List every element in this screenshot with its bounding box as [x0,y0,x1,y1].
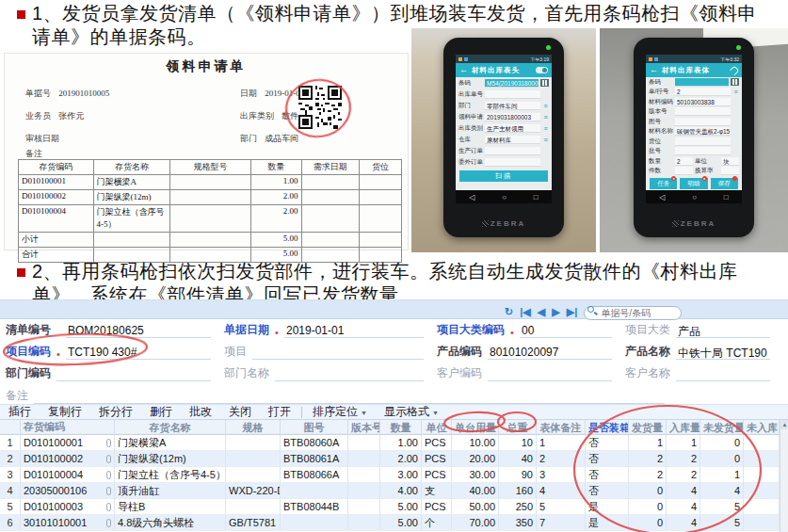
app-title-bar: ← 材料出库表头 [456,63,552,77]
form-field-row: 部门 零部件车间 ≡ [456,100,552,111]
prev-record-icon[interactable]: ◀ [538,305,545,318]
form-table-header: 存货编码 存货名称 规格型号 数量 需求日期 货位 [19,160,401,175]
grid-scrollbar[interactable]: ▲ [780,420,788,532]
grid-data-row[interactable]: 2 D010100002 门架纵梁(12m) BTB08061A 2.00 PC… [0,451,780,467]
col-boxed[interactable]: 是否装箱 [586,420,629,434]
col-spec[interactable]: 规格 [226,420,281,434]
notification-icon [649,57,652,61]
field-dept-code: 部门编码 [6,366,211,381]
qty-row: 数量 2 单位 块 [646,156,742,167]
nav-home-icon: ○ [692,193,697,202]
badge-dot [732,176,737,181]
next-record-icon[interactable]: ▶ [552,305,559,318]
col-inventory-code[interactable]: 存货编码 [21,420,115,434]
open-button[interactable]: 打开 [260,404,299,420]
col-inventory-name[interactable]: 存货名称 [115,420,226,434]
split-row-button[interactable]: 拆分行 [90,404,141,420]
slide-page: 1、发货员拿发货清单（《领料申请单》）到堆场装车发货，首先用条码枪扫《领料申请单… [0,0,788,532]
field-list-no: 清单编号 BOM20180625 [6,323,211,338]
led-indicator [546,45,551,50]
form-table-row: 小计 5.00 [19,233,401,248]
lookup-icon: ≡ [542,103,549,109]
batch-edit-button[interactable]: 批改 [181,404,220,420]
grid-data-row[interactable]: 3 D010100004 门架立柱（含序号4-5） BTB08066A 3.00… [0,467,780,483]
chevron-down-icon: ▼ [361,410,367,416]
form-col-loc: 货位 [360,160,401,174]
nav-recent-icon: □ [534,193,539,202]
form-table-row: D010100004 门架立柱（含序号4-5） 2.00 [19,205,401,233]
scan-icon [540,79,549,87]
col-body-remark[interactable]: 表体备注 [537,420,586,434]
col-instock-qty[interactable]: 入库量 [667,420,700,434]
first-record-icon[interactable]: |◀ [520,305,531,318]
erp-screenshot: ↻ |◀ ◀ ▶ ▶| 清单编号 BOM20180625 单据日期 • 2019 [0,299,788,532]
form-field-row: 材料名称 碳钢管夹盖板2-φ15 [646,127,742,137]
barcode-row: 条码 M54(2019031800003 × [456,77,552,89]
screen-button: 保存 [711,178,738,189]
nav-back-icon: ◁ [469,193,474,202]
erp-top-band: ↻ |◀ ◀ ▶ ▶| [0,300,788,319]
form-col-code: 存货编码 [19,160,94,174]
notification-icon [654,57,658,61]
notification-icon [464,57,468,61]
col-not-instock[interactable]: 未入库 [744,420,780,434]
search-input[interactable] [584,306,682,320]
nav-recent-icon: □ [724,193,729,202]
barcode-row: 条码 [646,77,742,88]
form-table-row: D010100001 门架横梁A 1.00 [19,175,401,190]
search-box[interactable] [584,303,682,320]
insert-row-button[interactable]: 插行 [0,404,40,420]
field-project-code: 项目编码 • TCT190 430# [6,345,211,360]
toolbar-separator [301,407,302,418]
refresh-icon[interactable]: ↻ [505,305,513,318]
status-bar: 下午3:19 [456,55,552,63]
erp-header-fields: 清单编号 BOM20180625 单据日期 • 2019-01-01 项目大类编… [6,323,783,381]
field-customer-name: 客户名称 [625,366,770,381]
grid-data-row[interactable]: 4 20305000106 顶升油缸 WXD-220-D 4.00 支 40.0… [0,483,780,499]
device-screen: 下午3:19 ← 材料出库表头 条码 M54(2019031800003 × [456,55,552,203]
col-drawing-no[interactable]: 图号 [281,420,348,434]
led-indicator [736,45,741,50]
dept-label: 部门 [240,134,257,143]
attachment-icon [106,487,111,495]
screen-button: 任务● [650,178,677,189]
display-format-dropdown[interactable]: 显示格式▼ [376,404,447,420]
form-table-row: D010100002 门架纵梁(12m) 2.00 [19,190,401,205]
scan-button: 扫描 [459,170,548,182]
col-total-weight[interactable]: 总重 [499,420,537,434]
last-record-icon[interactable]: ▶| [567,305,578,318]
red-bullet-icon [17,10,25,19]
grid-data-row[interactable]: 6 30101010001 4.8级六角头螺栓 GB/T5781 ... 5.0… [0,515,780,531]
col-unshipped-qty[interactable]: 未发货量 [700,420,744,434]
note-label: 备注 [25,149,42,158]
sort-locate-dropdown[interactable]: 排序定位▼ [304,404,376,420]
scan-icon [731,78,739,86]
field-doc-date: 单据日期 • 2019-01-01 [224,323,424,338]
delete-row-button[interactable]: 删行 [141,404,181,420]
copy-row-button[interactable]: 复制行 [40,404,90,420]
form-field-row: 领料申请 2019031800003 ≡ [456,111,552,122]
col-qty[interactable]: 数量 [380,420,422,434]
form-field-row: 出库类别 生产主材领用 ≡ [456,122,552,134]
col-version[interactable]: 版本号 [348,420,380,434]
close-button[interactable]: 关闭 [220,404,260,420]
grid-data-row[interactable]: 1 D010100001 门架横梁A BTB08060A 1.00 PCS 10… [0,435,780,451]
detail-grid: 存货编码 存货名称 规格 图号 版本号 数量 单位 单台用量 总重 表体备注 是… [0,420,780,531]
col-per-unit-usage[interactable]: 单台用量 [452,420,499,434]
grid-data-row[interactable]: 5 D010100003 导柱B BTB08044B 5.00 PCS 50.0… [0,499,780,515]
dept-value: 成品车间 [265,134,298,143]
doc-no-value: 201901010005 [58,89,109,98]
col-unit[interactable]: 单位 [422,420,452,434]
photo-scanner-header: 下午3:19 ← 材料出库表头 条码 M54(2019031800003 × [411,28,596,252]
app-title: 材料出库表体 [662,66,710,75]
requisition-form: 领料申请单 单据号 201901010005 日期 2019-01-01 业务员… [4,53,409,250]
chevron-down-icon: ▼ [432,410,439,416]
form-field-row: 单/行号 2 ≡ [646,88,742,98]
field-product-name: 产品名称 中铁十局 TCT190 430# [625,345,770,360]
scroll-up-icon[interactable]: ▲ [780,420,788,429]
doc-no-label: 单据号 [25,89,51,98]
status-time: 下午3:32 [720,56,739,62]
form-field-row: 货位 [646,137,742,147]
col-shipped-qty[interactable]: 发货量 [629,420,667,434]
badge-dot: ● [702,176,707,181]
